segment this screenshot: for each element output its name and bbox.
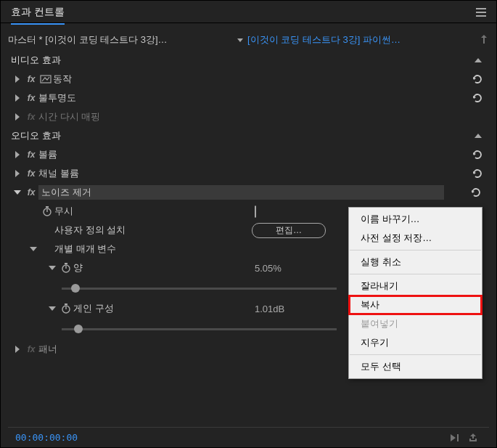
menu-paste: 붙여넣기 [349,314,482,333]
fx-badge-icon[interactable]: fx [24,74,38,84]
param-value[interactable]: 1.01dB [255,304,284,314]
menu-separator [350,354,481,355]
fx-badge-icon[interactable]: fx [24,168,38,179]
collapse-up-icon[interactable] [467,134,489,138]
menu-clear[interactable]: 지우기 [349,333,482,352]
menu-undo[interactable]: 실행 취소 [349,253,482,272]
effect-opacity[interactable]: fx 불투명도 [8,89,489,107]
svg-rect-0 [41,76,51,83]
menu-cut[interactable]: 잘라내기 [349,277,482,296]
reset-icon[interactable] [467,93,489,103]
effect-channel-volume[interactable]: fx 채널 볼륨 [8,164,489,183]
chevron-down-icon[interactable] [11,190,24,195]
menu-copy[interactable]: 복사 [349,296,482,314]
timecode[interactable]: 00:00:00:00 [15,432,447,443]
svg-rect-5 [65,263,67,264]
menu-rename[interactable]: 이름 바꾸기… [349,210,482,229]
amount-slider[interactable] [62,288,337,290]
motion-icon [38,75,53,84]
menu-save-preset[interactable]: 사전 설정 저장… [349,229,482,248]
chevron-right-icon[interactable] [11,170,24,177]
reset-icon[interactable] [467,168,489,179]
panel-header: 효과 컨트롤 [1,1,496,23]
param-label: 사용자 정의 설치 [54,224,126,237]
param-value[interactable]: 5.05% [255,263,282,274]
playhead-pin-icon[interactable] [479,35,489,46]
gain-slider[interactable] [62,328,337,330]
effect-time-remap[interactable]: fx 시간 다시 매핑 [8,107,489,126]
chevron-right-icon[interactable] [11,346,24,353]
play-only-icon[interactable] [447,433,464,442]
reset-icon[interactable] [467,74,489,84]
chevron-down-icon[interactable] [46,265,59,271]
param-label: 양 [73,261,83,274]
sequence-link[interactable]: [이것이 코딩 테스트다 3강] 파이썬… [247,33,479,46]
effect-label: 불투명도 [38,91,76,105]
effect-label: 채널 볼륨 [38,167,79,180]
audio-effects-header[interactable]: 오디오 효과 [8,126,489,145]
timeline-bar: 00:00:00:00 [8,427,489,447]
svg-rect-2 [46,206,49,208]
param-label: 무시 [54,205,73,218]
section-label: 오디오 효과 [11,129,61,142]
section-label: 비디오 효과 [11,54,61,67]
param-label: 개별 매개 변수 [54,243,116,256]
effect-label: 시간 다시 매핑 [38,110,100,123]
fx-badge-icon[interactable]: fx [24,187,38,197]
chevron-down-icon[interactable] [46,306,59,311]
stopwatch-icon[interactable] [40,206,54,216]
panel-menu-icon[interactable] [473,5,489,20]
svg-rect-10 [457,434,459,441]
slider-thumb-icon[interactable] [74,325,83,333]
menu-separator [350,250,481,251]
menu-select-all[interactable]: 모두 선택 [349,357,482,376]
effect-label-selected: 노이즈 제거 [38,185,444,200]
slider-thumb-icon[interactable] [71,284,80,293]
effect-motion[interactable]: fx 동작 [8,70,489,89]
clip-dropdown-icon[interactable] [237,38,243,42]
fx-badge-icon[interactable]: fx [24,112,38,122]
export-icon[interactable] [464,433,482,443]
param-label: 게인 구성 [73,302,114,315]
effect-label: 동작 [53,73,72,86]
menu-separator [350,274,481,274]
video-effects-header[interactable]: 비디오 효과 [8,51,489,70]
fx-badge-icon[interactable]: fx [24,150,38,160]
edit-button[interactable]: 편집… [252,223,326,238]
collapse-up-icon[interactable] [467,58,489,62]
chevron-right-icon[interactable] [11,113,24,121]
svg-rect-8 [65,304,67,305]
chevron-right-icon[interactable] [11,76,24,83]
stopwatch-icon[interactable] [59,304,73,314]
effect-label: 패너 [38,343,57,356]
reset-icon[interactable] [466,187,488,197]
effect-noise-reduction[interactable]: fx 노이즈 제거 [8,183,489,202]
chevron-right-icon[interactable] [11,151,24,158]
stopwatch-icon[interactable] [59,263,73,273]
fx-badge-icon[interactable]: fx [24,93,38,103]
context-menu: 이름 바꾸기… 사전 설정 저장… 실행 취소 잘라내기 복사 붙여넣기 지우기… [348,207,482,379]
panel-title: 효과 컨트롤 [11,6,65,19]
fx-badge-icon[interactable]: fx [24,344,38,354]
bypass-checkbox[interactable] [255,206,256,217]
chevron-right-icon[interactable] [11,94,24,102]
chevron-down-icon[interactable] [27,246,40,252]
effect-volume[interactable]: fx 볼륨 [8,145,489,164]
reset-icon[interactable] [467,150,489,160]
master-clip-label[interactable]: 마스터 * [이것이 코딩 테스트다 3강]… [8,33,233,46]
clip-row: 마스터 * [이것이 코딩 테스트다 3강]… [이것이 코딩 테스트다 3강]… [8,33,489,46]
effect-label: 볼륨 [38,148,57,161]
